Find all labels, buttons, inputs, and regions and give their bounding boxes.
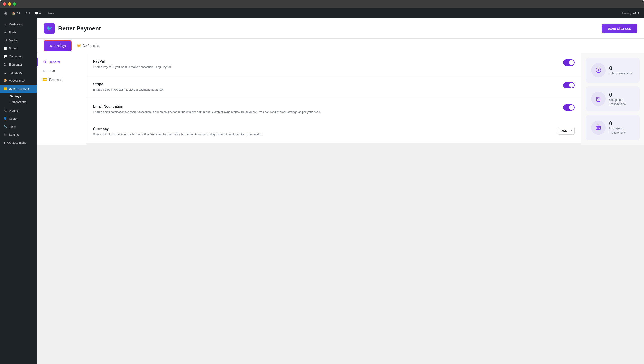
email-notification-toggle[interactable] (563, 104, 575, 111)
comments-sidebar-icon: 💬 (3, 54, 7, 58)
tab-settings[interactable]: ⚙ Settings (44, 40, 72, 51)
sidebar-submenu: Settings Transactions (0, 92, 37, 106)
admin-bar-home[interactable]: 🏠 EA (12, 12, 20, 15)
email-subnav-icon: ✉ (42, 69, 46, 73)
sidebar-item-media[interactable]: 🎞 Media (0, 36, 37, 44)
admin-bar-comments[interactable]: 💬 0 (35, 12, 41, 15)
sidebar-item-dashboard[interactable]: ⊞ Dashboard (0, 20, 37, 28)
admin-bar-updates[interactable]: ↺ 1 (25, 12, 30, 15)
total-transactions-label: Total Transactions (609, 71, 632, 75)
stripe-toggle[interactable] (563, 82, 575, 88)
paypal-toggle-track[interactable] (563, 60, 575, 66)
close-button[interactable] (3, 2, 6, 6)
total-transactions-info: 0 Total Transactions (609, 65, 632, 75)
site-name: EA (16, 12, 20, 15)
payment-subnav-icon: 💳 (42, 77, 47, 82)
save-changes-button[interactable]: Save Changes (602, 24, 637, 33)
email-toggle-track[interactable] (563, 104, 575, 111)
sidebar-item-elementor[interactable]: ⬡ Elementor (0, 60, 37, 68)
currency-setting: Currency Select default currency for eac… (86, 121, 582, 143)
total-transactions-icon (595, 67, 602, 73)
better-payment-icon: 💳 (3, 87, 7, 90)
sub-navigation: ⚙ General ✉ Email 💳 Payment (37, 53, 86, 145)
currency-select[interactable]: USD EUR GBP CAD AUD (558, 127, 575, 134)
sidebar-item-pages[interactable]: 📄 Pages (0, 44, 37, 52)
sidebar-item-comments[interactable]: 💬 Comments (0, 52, 37, 60)
stripe-toggle-track[interactable] (563, 82, 575, 88)
sidebar-label-dashboard: Dashboard (9, 22, 23, 26)
minimize-button[interactable] (8, 2, 11, 6)
email-notification-row: Email Notification Enable email notifica… (93, 104, 575, 114)
home-icon: 🏠 (12, 12, 16, 15)
page-title: Better Payment (58, 25, 101, 32)
sidebar-item-appearance[interactable]: 🎨 Appearance (0, 76, 37, 84)
total-transactions-icon-circle (591, 63, 606, 77)
wp-logo-icon[interactable]: ⊞ (4, 10, 8, 16)
settings-icon: ⚙ (3, 133, 7, 136)
paypal-desc: Enable PayPal if you want to make transa… (93, 65, 558, 69)
main-content: 🐦 Better Payment Save Changes ⚙ Settings… (37, 18, 644, 364)
admin-bar-new[interactable]: + New (46, 12, 54, 15)
users-icon: 👤 (3, 117, 7, 120)
sidebar-subitem-settings[interactable]: Settings (8, 94, 37, 99)
mac-window-chrome (0, 0, 644, 8)
completed-transactions-card: 0 Completed Transactions (586, 86, 640, 111)
plugins-icon: 🔌 (3, 109, 7, 112)
app-layout: ⊞ Dashboard ✏ Posts 🎞 Media 📄 Pages 💬 Co… (0, 18, 644, 364)
sidebar-item-settings[interactable]: ⚙ Settings (0, 130, 37, 138)
incomplete-transactions-card: 0 Incomplete Transactions (586, 115, 640, 140)
new-label: New (48, 12, 54, 15)
howdy-text: Howdy, admin (622, 12, 640, 15)
plugin-logo: 🐦 (44, 23, 55, 34)
sidebar-label-media: Media (9, 39, 17, 42)
stats-panel: 0 Total Transactions 0 (582, 53, 644, 145)
total-transactions-card: 0 Total Transactions (586, 58, 640, 83)
stripe-setting: Stripe Enable Stripe if you want to acce… (86, 76, 582, 98)
sidebar-item-users[interactable]: 👤 Users (0, 114, 37, 122)
paypal-title: PayPal (93, 60, 558, 64)
collapse-menu[interactable]: ◀ Collapse menu (0, 138, 37, 146)
currency-desc: Select default currency for each transac… (93, 132, 553, 137)
templates-icon: 🗂 (3, 71, 7, 74)
media-icon: 🎞 (3, 38, 7, 42)
tab-go-premium[interactable]: 👑 Go Premium (72, 39, 106, 53)
dashboard-icon: ⊞ (3, 22, 7, 26)
stripe-desc: Enable Stripe if you want to accept paym… (93, 88, 558, 92)
incomplete-transactions-icon-circle (591, 120, 606, 135)
sidebar-label-tools: Tools (9, 125, 16, 128)
sidebar-item-plugins[interactable]: 🔌 Plugins (0, 106, 37, 114)
sub-nav-payment[interactable]: 💳 Payment (37, 75, 86, 84)
comments-count: 0 (39, 12, 41, 15)
email-toggle-thumb (569, 105, 574, 110)
incomplete-transactions-icon (595, 124, 602, 131)
sub-nav-general[interactable]: ⚙ General (37, 58, 86, 66)
currency-row: Currency Select default currency for eac… (93, 127, 575, 137)
total-transactions-count: 0 (609, 65, 632, 71)
general-subnav-icon: ⚙ (43, 60, 46, 64)
sidebar-item-templates[interactable]: 🗂 Templates (0, 68, 37, 76)
paypal-toggle[interactable] (563, 60, 575, 66)
sidebar-label-templates: Templates (9, 71, 22, 74)
currency-title: Currency (93, 127, 553, 131)
svg-rect-4 (596, 126, 600, 130)
sidebar-subitem-transactions[interactable]: Transactions (8, 99, 37, 105)
incomplete-transactions-info: 0 Incomplete Transactions (609, 120, 634, 134)
posts-icon: ✏ (3, 30, 7, 34)
completed-transactions-label: Completed Transactions (609, 98, 634, 106)
incomplete-transactions-label: Incomplete Transactions (609, 126, 634, 134)
sidebar-item-tools[interactable]: 🔧 Tools (0, 122, 37, 130)
updates-icon: ↺ (25, 12, 27, 15)
sidebar-item-better-payment[interactable]: 💳 Better Payment (0, 84, 37, 92)
page-title-group: 🐦 Better Payment (44, 23, 101, 34)
stripe-title: Stripe (93, 82, 558, 86)
sidebar-item-posts[interactable]: ✏ Posts (0, 28, 37, 36)
payment-subnav-label: Payment (49, 78, 62, 82)
email-notification-title: Email Notification (93, 104, 558, 108)
elementor-icon: ⬡ (3, 62, 7, 66)
stripe-row: Stripe Enable Stripe if you want to acce… (93, 82, 575, 92)
settings-tab-icon: ⚙ (50, 44, 52, 48)
sidebar: ⊞ Dashboard ✏ Posts 🎞 Media 📄 Pages 💬 Co… (0, 18, 37, 364)
sub-nav-email[interactable]: ✉ Email (37, 66, 86, 75)
maximize-button[interactable] (13, 2, 16, 6)
wp-admin-bar: ⊞ 🏠 EA ↺ 1 💬 0 + New Howdy, admin (0, 8, 644, 18)
